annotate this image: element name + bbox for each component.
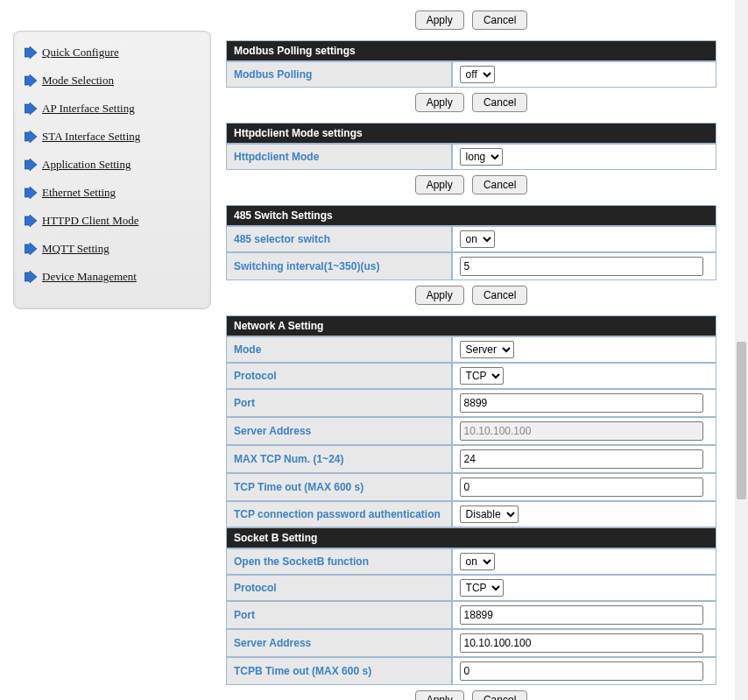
sidebar-item-mode-selection[interactable]: Mode Selection — [21, 67, 203, 95]
httpdclient-section: Httpdclient Mode settings Httpdclient Mo… — [226, 123, 716, 170]
neta-maxtcp-input[interactable] — [460, 449, 704, 469]
cancel-button[interactable]: Cancel — [472, 11, 527, 30]
neta-auth-label: TCP connection password authentication — [226, 501, 452, 527]
modbus-polling-select[interactable]: off — [460, 66, 495, 83]
svg-marker-1 — [25, 74, 37, 87]
sidebar-item-quick-configure[interactable]: Quick Configure — [21, 39, 203, 67]
arrow-right-icon — [25, 131, 37, 143]
socketb-port-input[interactable] — [460, 605, 704, 625]
sidebar-item-label: HTTPD Client Mode — [42, 214, 139, 228]
modbus-polling-section: Modbus Polling settings Modbus Polling o… — [226, 40, 716, 88]
apply-button[interactable]: Apply — [415, 11, 464, 30]
sidebar-item-label: Device Management — [42, 270, 137, 284]
scrollbar-thumb[interactable] — [737, 342, 746, 499]
sidebar-item-ethernet-setting[interactable]: Ethernet Setting — [21, 179, 203, 207]
neta-server-label: Server Address — [226, 417, 452, 445]
rs485-selector-select[interactable]: on — [460, 230, 495, 248]
neta-mode-select[interactable]: Server — [460, 341, 514, 358]
sidebar-item-label: Quick Configure — [42, 46, 119, 60]
neta-port-label: Port — [226, 389, 452, 417]
rs485-interval-label: Switching interval(1~350)(us) — [226, 252, 452, 280]
arrow-right-icon — [25, 187, 37, 199]
neta-port-input[interactable] — [460, 393, 704, 413]
httpd-btn-row: Apply Cancel — [226, 170, 716, 203]
socketb-server-label: Server Address — [226, 629, 452, 657]
cancel-button[interactable]: Cancel — [472, 93, 527, 112]
svg-marker-3 — [25, 131, 37, 143]
socketb-protocol-select[interactable]: TCP — [460, 579, 504, 597]
httpd-mode-label: Httpdclient Mode — [226, 144, 452, 170]
socketb-timeout-label: TCPB Time out (MAX 600 s) — [226, 657, 452, 685]
socketb-timeout-input[interactable] — [460, 661, 704, 681]
httpd-header: Httpdclient Mode settings — [226, 123, 716, 144]
rs485-selector-label: 485 selector switch — [226, 226, 452, 252]
scrollbar[interactable] — [735, 0, 748, 700]
apply-button[interactable]: Apply — [415, 93, 464, 112]
sidebar-item-httpd-client-mode[interactable]: HTTPD Client Mode — [21, 207, 203, 235]
cancel-button[interactable]: Cancel — [472, 286, 527, 305]
socket-b-header: Socket B Setting — [226, 527, 716, 548]
svg-marker-8 — [25, 271, 37, 283]
network-btn-row: Apply Cancel — [226, 685, 716, 700]
neta-timeout-input[interactable] — [460, 477, 704, 497]
arrow-right-icon — [25, 243, 37, 255]
neta-maxtcp-label: MAX TCP Num. (1~24) — [226, 445, 452, 473]
sidebar-item-label: STA Interface Setting — [42, 130, 140, 144]
apply-cancel-row-top: Apply Cancel — [226, 5, 716, 39]
arrow-right-icon — [25, 215, 37, 227]
arrow-right-icon — [25, 103, 37, 115]
modbus-btn-row: Apply Cancel — [226, 88, 716, 121]
sidebar-item-label: Application Setting — [42, 158, 131, 172]
network-a-header: Network A Setting — [226, 315, 716, 336]
socketb-protocol-label: Protocol — [226, 575, 452, 601]
neta-timeout-label: TCP Time out (MAX 600 s) — [226, 473, 452, 501]
socketb-port-label: Port — [226, 601, 452, 629]
sidebar-item-application-setting[interactable]: Application Setting — [21, 151, 203, 179]
sidebar: Quick Configure Mode Selection AP Interf… — [13, 31, 211, 309]
socketb-server-input[interactable] — [460, 633, 704, 653]
neta-auth-select[interactable]: Disable — [460, 506, 519, 523]
sidebar-item-sta-interface[interactable]: STA Interface Setting — [21, 123, 203, 151]
arrow-right-icon — [25, 46, 37, 59]
svg-marker-4 — [25, 159, 37, 171]
neta-protocol-select[interactable]: TCP — [460, 367, 504, 385]
neta-protocol-label: Protocol — [226, 363, 452, 389]
rs485-section: 485 Switch Settings 485 selector switch … — [226, 205, 716, 280]
sidebar-item-label: Ethernet Setting — [42, 186, 116, 200]
modbus-header: Modbus Polling settings — [226, 40, 716, 61]
sidebar-item-ap-interface[interactable]: AP Interface Setting — [21, 95, 203, 123]
apply-button[interactable]: Apply — [415, 175, 464, 194]
main-content: Apply Cancel Modbus Polling settings Mod… — [226, 9, 716, 700]
modbus-polling-label: Modbus Polling — [226, 61, 452, 88]
sidebar-item-label: Mode Selection — [42, 74, 114, 88]
cancel-button[interactable]: Cancel — [472, 690, 527, 700]
arrow-right-icon — [25, 159, 37, 171]
sidebar-item-mqtt-setting[interactable]: MQTT Setting — [21, 235, 203, 263]
sidebar-item-label: MQTT Setting — [42, 242, 109, 256]
httpd-mode-select[interactable]: long — [460, 148, 503, 166]
svg-marker-2 — [25, 103, 37, 115]
socketb-open-label: Open the SocketB function — [226, 548, 452, 575]
cancel-button[interactable]: Cancel — [472, 175, 527, 194]
rs485-header: 485 Switch Settings — [226, 205, 716, 226]
rs485-btn-row: Apply Cancel — [226, 280, 716, 314]
network-a-section: Network A Setting Mode Server Protocol T… — [226, 315, 716, 685]
socketb-open-select[interactable]: on — [460, 553, 495, 570]
sidebar-item-device-management[interactable]: Device Management — [21, 263, 203, 291]
arrow-right-icon — [25, 271, 37, 283]
apply-button[interactable]: Apply — [415, 286, 464, 305]
svg-marker-0 — [25, 46, 37, 59]
neta-mode-label: Mode — [226, 336, 452, 363]
neta-server-input — [460, 421, 704, 441]
rs485-interval-input[interactable] — [460, 257, 704, 276]
svg-marker-6 — [25, 215, 37, 227]
sidebar-item-label: AP Interface Setting — [42, 102, 135, 116]
apply-button[interactable]: Apply — [415, 690, 464, 700]
svg-marker-7 — [25, 243, 37, 255]
arrow-right-icon — [25, 74, 37, 87]
svg-marker-5 — [25, 187, 37, 199]
